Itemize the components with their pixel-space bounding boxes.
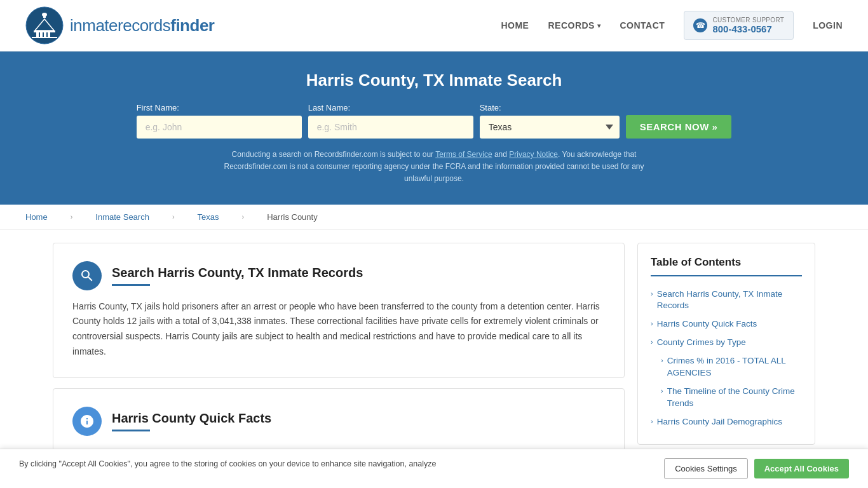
cookie-banner: By clicking "Accept All Cookies", you ag… <box>0 449 868 486</box>
page-title: Harris County, TX Inmate Search <box>25 71 843 90</box>
content-area: Search Harris County, TX Inmate Records … <box>53 243 625 473</box>
breadcrumb-inmate-search[interactable]: Inmate Search <box>95 212 149 222</box>
inmate-records-section: Search Harris County, TX Inmate Records … <box>53 243 625 378</box>
toc-title: Table of Contents <box>651 256 802 269</box>
toc-item-4[interactable]: › Crimes % in 2016 - TOTAL ALL AGENCIES <box>651 352 802 383</box>
search-icon <box>79 268 95 283</box>
privacy-link[interactable]: Privacy Notice <box>509 150 558 159</box>
toc-chevron-3: › <box>651 338 653 346</box>
first-name-group: First Name: <box>137 103 302 139</box>
search-circle-icon <box>72 261 102 290</box>
nav-home[interactable]: HOME <box>501 20 529 30</box>
breadcrumb: Home › Inmate Search › Texas › Harris Co… <box>0 205 868 230</box>
breadcrumb-home[interactable]: Home <box>25 212 48 222</box>
chevron-down-icon: ▾ <box>597 22 601 29</box>
last-name-group: Last Name: <box>308 103 473 139</box>
support-phone: 800-433-0567 <box>712 24 784 34</box>
toc-chevron-5: › <box>661 387 663 395</box>
toc-link-2[interactable]: Harris County Quick Facts <box>657 318 757 330</box>
search-form: First Name: Last Name: State: Texas SEAR… <box>25 103 843 139</box>
toc-item-6[interactable]: › Harris County Jail Demographics <box>651 413 802 431</box>
info-icon <box>79 414 95 429</box>
last-name-input[interactable] <box>308 116 473 139</box>
first-name-input[interactable] <box>137 116 302 139</box>
section2-title: Harris County Quick Facts <box>112 411 271 426</box>
toc-chevron-6: › <box>651 417 653 425</box>
sidebar: Table of Contents › Search Harris County… <box>637 243 815 473</box>
support-label: CUSTOMER SUPPORT <box>712 17 784 24</box>
toc-chevron-1: › <box>651 290 653 297</box>
toc-item-1[interactable]: › Search Harris County, TX Inmate Record… <box>651 285 802 316</box>
state-group: State: Texas <box>480 103 620 139</box>
svg-point-0 <box>26 7 63 44</box>
cookie-settings-button[interactable]: Cookies Settings <box>664 458 748 479</box>
breadcrumb-sep-2: › <box>172 213 175 220</box>
section1-title: Search Harris County, TX Inmate Records <box>112 266 363 280</box>
nav-contact[interactable]: CONTACT <box>620 20 665 30</box>
svg-rect-7 <box>44 32 46 37</box>
svg-rect-5 <box>36 32 39 37</box>
section1-text: Harris County, TX jails hold prisoners a… <box>72 299 605 360</box>
toc-item-5[interactable]: › The Timeline of the County Crime Trend… <box>651 383 802 413</box>
svg-rect-8 <box>48 32 50 37</box>
logo-icon <box>25 6 64 44</box>
state-label: State: <box>480 103 620 112</box>
toc-link-5[interactable]: The Timeline of the County Crime Trends <box>667 386 802 410</box>
tos-link[interactable]: Terms of Service <box>435 150 492 159</box>
hero-section: Harris County, TX Inmate Search First Na… <box>0 51 868 205</box>
svg-rect-9 <box>32 37 57 38</box>
toc-link-4[interactable]: Crimes % in 2016 - TOTAL ALL AGENCIES <box>667 355 802 379</box>
cookie-buttons: Cookies Settings Accept All Cookies <box>664 458 849 479</box>
main-nav: HOME RECORDS ▾ CONTACT ☎ CUSTOMER SUPPOR… <box>501 11 843 40</box>
toc-chevron-4: › <box>661 356 663 364</box>
svg-rect-2 <box>43 15 46 18</box>
first-name-label: First Name: <box>137 103 302 112</box>
nav-login[interactable]: LOGIN <box>813 20 843 30</box>
toc-card: Table of Contents › Search Harris County… <box>637 243 815 445</box>
site-header: inmaterecordsfinder HOME RECORDS ▾ CONTA… <box>0 0 868 51</box>
svg-rect-6 <box>40 32 43 37</box>
section1-header: Search Harris County, TX Inmate Records <box>72 261 605 290</box>
state-select[interactable]: Texas <box>480 116 620 139</box>
logo-text: inmaterecordsfinder <box>70 16 214 36</box>
logo-area[interactable]: inmaterecordsfinder <box>25 6 214 44</box>
toc-link-1[interactable]: Search Harris County, TX Inmate Records <box>657 288 802 313</box>
breadcrumb-current: Harris County <box>267 212 317 222</box>
toc-item-2[interactable]: › Harris County Quick Facts <box>651 315 802 334</box>
hero-disclaimer: Conducting a search on Recordsfinder.com… <box>212 149 656 186</box>
toc-divider <box>651 275 802 276</box>
cookie-accept-button[interactable]: Accept All Cookies <box>754 459 849 478</box>
last-name-label: Last Name: <box>308 103 473 112</box>
breadcrumb-sep-1: › <box>71 213 73 220</box>
section2-header: Harris County Quick Facts <box>72 407 605 436</box>
main-container: Search Harris County, TX Inmate Records … <box>27 230 841 486</box>
cookie-text: By clicking "Accept All Cookies", you ag… <box>19 458 436 470</box>
breadcrumb-texas[interactable]: Texas <box>198 212 219 222</box>
alert-circle-icon <box>72 407 102 436</box>
toc-item-3[interactable]: › County Crimes by Type <box>651 334 802 352</box>
svg-rect-4 <box>34 30 55 32</box>
phone-icon: ☎ <box>693 18 707 32</box>
toc-chevron-2: › <box>651 320 653 327</box>
toc-link-3[interactable]: County Crimes by Type <box>657 337 746 349</box>
section2-underline <box>112 430 150 431</box>
section1-underline <box>112 284 150 286</box>
search-button[interactable]: SEARCH NOW » <box>626 115 732 139</box>
breadcrumb-sep-3: › <box>242 213 245 220</box>
customer-support-button[interactable]: ☎ CUSTOMER SUPPORT 800-433-0567 <box>684 11 794 40</box>
nav-records[interactable]: RECORDS ▾ <box>548 20 600 30</box>
toc-link-6[interactable]: Harris County Jail Demographics <box>657 416 782 428</box>
